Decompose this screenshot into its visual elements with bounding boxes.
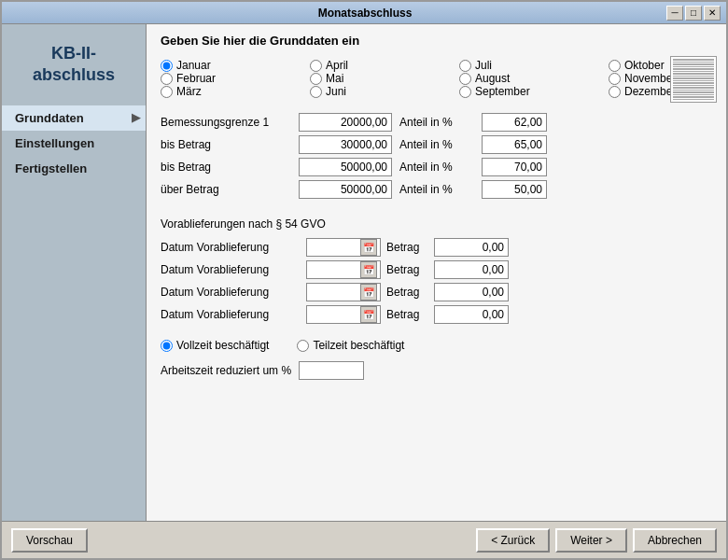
bottom-bar: Vorschau < Zurück Weiter > Abbrechen	[2, 521, 726, 558]
vorab-betrag-label-2: Betrag	[386, 286, 428, 299]
vorab-date-field-2[interactable]: 📅	[306, 283, 381, 301]
month-august[interactable]: August	[459, 72, 609, 85]
bemessungs-label-1: bis Betrag	[161, 138, 291, 151]
month-april[interactable]: April	[310, 59, 459, 72]
anteil-value-3[interactable]	[482, 180, 547, 199]
vollzeit-label: Vollzeit beschäftigt	[176, 339, 269, 352]
bemessungs-label-2: bis Betrag	[161, 161, 291, 174]
maximize-button[interactable]: □	[685, 6, 702, 21]
anteil-label-0: Anteil in %	[399, 116, 474, 129]
close-button[interactable]: ✕	[704, 6, 721, 21]
teilzeit-option[interactable]: Teilzeit beschäftigt	[297, 339, 404, 352]
vorab-row-2: Datum Vorablieferung 📅 Betrag	[161, 283, 712, 301]
month-juni[interactable]: Juni	[310, 85, 459, 98]
vollzeit-option[interactable]: Vollzeit beschäftigt	[161, 339, 269, 352]
title-bar: Monatsabschluss ─ □ ✕	[2, 2, 726, 24]
bemessungs-betrag-2[interactable]	[299, 158, 392, 176]
vorab-date-field-3[interactable]: 📅	[306, 305, 381, 324]
section-header: Geben Sie hier die Grunddaten ein	[161, 34, 712, 48]
anteil-value-2[interactable]	[482, 158, 547, 176]
calendar-icon-2[interactable]: 📅	[360, 284, 377, 301]
month-mai[interactable]: Mai	[310, 72, 459, 85]
vorab-betrag-value-3[interactable]	[434, 305, 509, 324]
anteil-value-0[interactable]	[482, 113, 547, 132]
bemessungs-row-2: bis Betrag Anteil in %	[161, 158, 712, 176]
vorschau-button[interactable]: Vorschau	[11, 528, 88, 553]
month-maerz[interactable]: März	[161, 85, 310, 98]
bemessungs-row-0: Bemessungsgrenze 1 Anteil in %	[161, 113, 712, 132]
arbeitszeit-input[interactable]	[299, 361, 364, 380]
vorab-betrag-label-1: Betrag	[386, 263, 428, 276]
bemessungs-label-0: Bemessungsgrenze 1	[161, 116, 291, 129]
window-title: Monatsabschluss	[63, 7, 666, 20]
vorab-betrag-label-0: Betrag	[386, 241, 428, 254]
vorab-datum-label-1: Datum Vorablieferung	[161, 263, 301, 276]
month-februar[interactable]: Februar	[161, 72, 310, 85]
bemessungsreihen-table: Bemessungsgrenze 1 Anteil in % bis Betra…	[161, 113, 712, 203]
abbrechen-button[interactable]: Abbrechen	[633, 528, 717, 553]
vorab-betrag-value-1[interactable]	[434, 260, 509, 279]
bemessungs-label-3: über Betrag	[161, 183, 291, 196]
anteil-value-1[interactable]	[482, 135, 547, 154]
vorab-section: Vorablieferungen nach § 54 GVO Datum Vor…	[161, 217, 712, 328]
calendar-icon-3[interactable]: 📅	[360, 306, 377, 323]
arbeitszeit-label: Arbeitszeit reduziert um %	[161, 364, 291, 377]
main-content: Geben Sie hier die Grunddaten ein Januar…	[147, 24, 726, 521]
vorab-betrag-value-2[interactable]	[434, 283, 509, 301]
vorab-datum-label-2: Datum Vorablieferung	[161, 286, 301, 299]
sidebar: KB-II-abschluss Grunddaten ▶ Einstellung…	[2, 24, 147, 521]
sidebar-nav: Grunddaten ▶ Einstellungen Fertigstellen	[2, 105, 146, 181]
sidebar-item-einstellungen[interactable]: Einstellungen	[2, 131, 146, 156]
sidebar-item-grunddaten[interactable]: Grunddaten ▶	[2, 105, 146, 131]
vorab-date-field-1[interactable]: 📅	[306, 260, 381, 279]
vorab-datum-label-3: Datum Vorablieferung	[161, 308, 301, 321]
anteil-label-1: Anteil in %	[399, 138, 474, 151]
vorab-datum-label-0: Datum Vorablieferung	[161, 241, 301, 254]
vorab-section-title: Vorablieferungen nach § 54 GVO	[161, 217, 712, 231]
weiter-button[interactable]: Weiter >	[555, 528, 627, 553]
anteil-label-2: Anteil in %	[399, 161, 474, 174]
zurueck-button[interactable]: < Zurück	[476, 528, 550, 553]
employment-row: Vollzeit beschäftigt Teilzeit beschäftig…	[161, 339, 712, 352]
arbeitszeit-row: Arbeitszeit reduziert um %	[161, 361, 712, 380]
content-area: KB-II-abschluss Grunddaten ▶ Einstellung…	[2, 24, 726, 521]
teilzeit-label: Teilzeit beschäftigt	[313, 339, 404, 352]
bemessungs-row-3: über Betrag Anteil in %	[161, 180, 712, 199]
calendar-icon-1[interactable]: 📅	[360, 261, 377, 278]
minimize-button[interactable]: ─	[666, 6, 683, 21]
document-thumbnail	[670, 56, 717, 103]
sidebar-item-fertigstellen[interactable]: Fertigstellen	[2, 156, 146, 181]
month-grid: Januar Februar März April	[161, 59, 712, 98]
arrow-icon: ▶	[132, 111, 140, 124]
bemessungs-betrag-0[interactable]	[299, 113, 392, 132]
vorab-betrag-label-3: Betrag	[386, 308, 428, 321]
vorab-date-field-0[interactable]: 📅	[306, 238, 381, 257]
vorab-row-0: Datum Vorablieferung 📅 Betrag	[161, 238, 712, 257]
vorab-row-3: Datum Vorablieferung 📅 Betrag	[161, 305, 712, 324]
bottom-left: Vorschau	[11, 528, 88, 553]
sidebar-logo: KB-II-abschluss	[2, 34, 146, 105]
month-juli[interactable]: Juli	[459, 59, 609, 72]
month-september[interactable]: September	[459, 85, 609, 98]
bemessungs-betrag-3[interactable]	[299, 180, 392, 199]
vorab-betrag-value-0[interactable]	[434, 238, 509, 257]
main-window: Monatsabschluss ─ □ ✕ KB-II-abschluss Gr…	[0, 0, 728, 560]
bemessungs-row-1: bis Betrag Anteil in %	[161, 135, 712, 154]
anteil-label-3: Anteil in %	[399, 183, 474, 196]
title-controls: ─ □ ✕	[666, 6, 721, 21]
bemessungs-betrag-1[interactable]	[299, 135, 392, 154]
month-januar[interactable]: Januar	[161, 59, 310, 72]
bottom-right: < Zurück Weiter > Abbrechen	[476, 528, 717, 553]
calendar-icon-0[interactable]: 📅	[360, 239, 377, 256]
vorab-row-1: Datum Vorablieferung 📅 Betrag	[161, 260, 712, 279]
